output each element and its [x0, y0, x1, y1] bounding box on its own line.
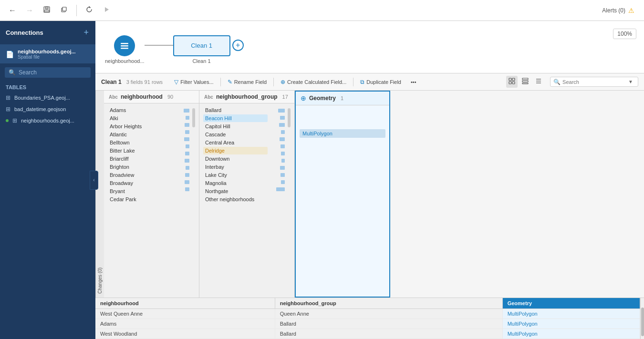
col-count-geometry: 1: [341, 95, 343, 101]
col-values-neighbourhood: Adams Alki Arbor Heights Atlantic Bellto…: [108, 106, 172, 295]
cell-neighbourhood-group: Queen Anne: [275, 309, 502, 319]
active-dot: [6, 119, 9, 122]
card-view-button[interactable]: [506, 76, 518, 88]
col-header-neighbourhood: Abc neighbourhood 90: [104, 91, 199, 103]
alerts-label: Alerts (0): [602, 7, 625, 14]
sidebar-item-bad-datetime[interactable]: ⊞ bad_datetime.geojson: [0, 103, 95, 115]
file-type: Spatial file: [18, 54, 76, 60]
list-item[interactable]: Other neighborhoods: [203, 195, 268, 203]
right-scrollbar[interactable]: [640, 298, 644, 339]
source-node[interactable]: neighbourhood...: [105, 35, 145, 64]
add-step-button[interactable]: +: [232, 40, 244, 51]
table-row: Adams Ballard MultiPolygon: [95, 319, 640, 329]
list-view-button[interactable]: [533, 76, 544, 88]
create-calc-field-button[interactable]: ⊕ Create Calculated Field...: [277, 77, 350, 87]
scrollbar-thumb: [641, 308, 644, 336]
divider: [76, 5, 77, 16]
play-button[interactable]: [100, 4, 113, 17]
svg-rect-6: [121, 43, 128, 44]
list-item[interactable]: Cascade: [203, 131, 268, 138]
col-bars-neighbourhood: [175, 106, 189, 295]
svg-rect-9: [509, 78, 511, 81]
svg-rect-15: [522, 83, 528, 84]
refresh-button[interactable]: [83, 4, 96, 17]
rename-icon: ✎: [228, 79, 232, 85]
tables-section-title: Tables: [0, 82, 95, 92]
source-node-label: neighbourhood...: [105, 58, 145, 64]
duplicate-icon: ⧉: [360, 79, 364, 85]
col-values-neighbourhood-group: Ballard Beacon Hill Capitol Hill Cascade…: [203, 106, 268, 295]
col-scrollbar-neighbourhood[interactable]: [192, 108, 195, 127]
list-item[interactable]: Brighton: [108, 163, 172, 171]
list-item[interactable]: Capitol Hill: [203, 123, 268, 130]
sidebar-collapse-button[interactable]: ‹: [90, 171, 98, 190]
list-item[interactable]: Broadway: [108, 179, 172, 187]
list-item[interactable]: Downtown: [203, 155, 268, 163]
list-item[interactable]: Lake City: [203, 171, 268, 179]
svg-rect-1: [45, 7, 48, 9]
col-count-neighbourhood: 90: [167, 94, 173, 100]
bottom-area: Changes (0) Abc neighbourhood 90 Adam: [95, 91, 644, 339]
table-row: West Woodland Ballard MultiPolygon: [95, 329, 640, 339]
search-dropdown-button[interactable]: ▼: [626, 78, 635, 85]
list-item[interactable]: Interbay: [203, 163, 268, 171]
sidebar-search-input[interactable]: [19, 69, 87, 76]
clean-node-sublabel: Clean 1: [193, 58, 211, 64]
list-item[interactable]: Adams: [108, 106, 172, 114]
table-view-button[interactable]: [519, 76, 531, 88]
svg-rect-7: [121, 45, 128, 47]
list-item[interactable]: Briarcliff: [108, 155, 172, 163]
alerts-button[interactable]: Alerts (0) ⚠: [598, 5, 638, 16]
list-item[interactable]: Broadview: [108, 171, 172, 179]
sidebar-item-boundaries[interactable]: ⊞ Boundaries_PSA.geoj...: [0, 92, 95, 103]
data-toolbar: Clean 1 3 fields 91 rows ▽ Filter Values…: [95, 73, 644, 91]
zoom-control: 100%: [613, 29, 636, 39]
list-item[interactable]: Bitter Lake: [108, 147, 172, 154]
clean-node-label: Clean 1: [191, 42, 212, 49]
col-name-neighbourhood: neighbourhood: [121, 93, 163, 100]
list-item[interactable]: Beacon Hill: [203, 114, 268, 122]
clean-node[interactable]: Clean 1 Clean 1: [173, 35, 230, 64]
cell-neighbourhood-group: Ballard: [275, 329, 502, 339]
sidebar-file-item[interactable]: 📄 neighbourhoods.geoj... Spatial file: [0, 45, 95, 63]
col-values-geometry: MultiPolygon: [300, 129, 385, 294]
table-name-1: Boundaries_PSA.geoj...: [14, 95, 70, 101]
table-icon-2: ⊞: [6, 106, 10, 113]
duplicate-field-button[interactable]: ⧉ Duplicate Field: [356, 77, 405, 87]
svg-rect-4: [62, 7, 66, 11]
data-columns-area: Abc neighbourhood 90 Adams Alki Arbor He…: [104, 91, 644, 298]
list-item[interactable]: Northgate: [203, 187, 268, 195]
col-name-geometry: Geometry: [309, 95, 336, 102]
list-item[interactable]: MultiPolygon: [300, 129, 385, 138]
sidebar-item-neighbourhoods[interactable]: ⊞ neighbourhoods.geoj...: [0, 115, 95, 126]
rename-field-button[interactable]: ✎ Rename Field: [224, 77, 270, 87]
list-item[interactable]: Arbor Heights: [108, 123, 172, 130]
list-item[interactable]: Ballard: [203, 106, 268, 114]
column-neighbourhood: Abc neighbourhood 90 Adams Alki Arbor He…: [104, 91, 199, 298]
list-item[interactable]: Atlantic: [108, 131, 172, 138]
filter-icon: ▽: [174, 79, 178, 85]
filter-values-button[interactable]: ▽ Filter Values...: [170, 77, 218, 87]
list-item[interactable]: Alki: [108, 114, 172, 122]
connections-label: Connections: [6, 29, 43, 36]
list-item[interactable]: Cedar Park: [108, 195, 172, 203]
add-connection-button[interactable]: +: [83, 28, 90, 38]
more-options-button[interactable]: •••: [407, 77, 420, 87]
data-search-input[interactable]: [562, 79, 624, 85]
list-item[interactable]: Central Area: [203, 139, 268, 146]
list-item[interactable]: Magnolia: [203, 179, 268, 187]
svg-rect-11: [509, 82, 511, 84]
forward-button[interactable]: →: [23, 4, 36, 17]
list-item[interactable]: Belltown: [108, 139, 172, 146]
column-neighbourhood-group: Abc neighbourhood_group 17 Ballard Beaco…: [199, 91, 295, 298]
col-scrollbar-neighbourhood-group[interactable]: [288, 108, 291, 127]
back-button[interactable]: ←: [6, 4, 19, 17]
list-item[interactable]: Bryant: [108, 187, 172, 195]
file-name: neighbourhoods.geoj...: [18, 49, 76, 54]
save-button[interactable]: [40, 4, 53, 17]
clone-button[interactable]: [57, 4, 71, 17]
calc-icon: ⊕: [280, 79, 285, 85]
list-item[interactable]: Delridge: [203, 147, 268, 154]
svg-marker-5: [105, 7, 109, 12]
svg-rect-13: [522, 78, 528, 80]
